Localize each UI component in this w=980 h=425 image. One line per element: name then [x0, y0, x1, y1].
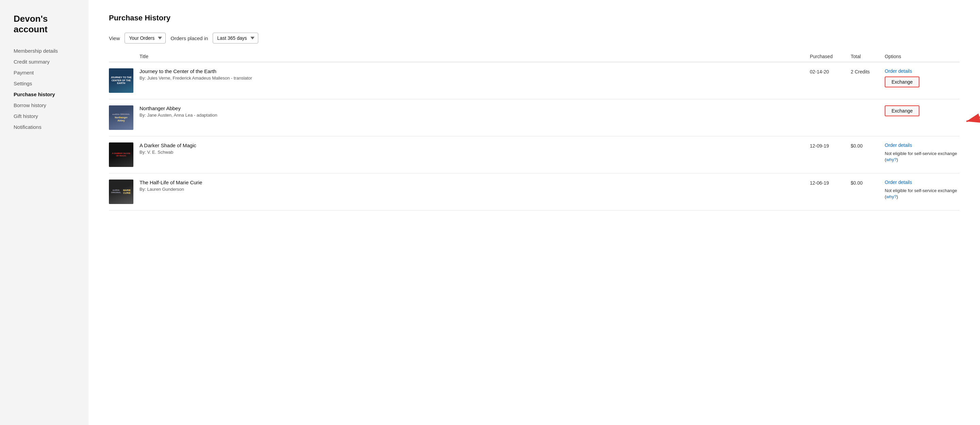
not-eligible-text: Not eligible for self-service exchange (…: [885, 151, 959, 163]
purchased-date: 12-09-19: [810, 143, 851, 149]
col-options: Options: [885, 54, 959, 59]
book-cover-curie: audible ORIGINAL MARIE CURIE: [109, 179, 134, 204]
total-amount: 2 Credits: [851, 68, 885, 75]
sidebar-item-notifications[interactable]: Notifications: [14, 122, 78, 133]
order-details-link[interactable]: Order details: [885, 179, 912, 185]
sidebar-link-settings[interactable]: Settings: [14, 81, 32, 86]
sidebar-link-credit-summary[interactable]: Credit summary: [14, 59, 50, 65]
why-link[interactable]: why?: [886, 194, 896, 199]
sidebar-link-notifications[interactable]: Notifications: [14, 124, 41, 130]
book-cover-magic: A DARKER SHADE OF MAGIC: [109, 143, 134, 167]
sidebar-item-gift-history[interactable]: Gift history: [14, 111, 78, 122]
book-cover-cell: A DARKER SHADE OF MAGIC: [109, 143, 140, 167]
total-amount: $0.00: [851, 179, 885, 186]
book-info-cell: Northanger Abbey By: Jane Austen, Anna L…: [140, 105, 810, 117]
purchased-date: 12-06-19: [810, 179, 851, 186]
book-author: By: V. E. Schwab: [140, 150, 810, 155]
table-row: audible ORIGINAL Northanger Abbey Northa…: [109, 99, 959, 136]
book-info-cell: Journey to the Center of the Earth By: J…: [140, 68, 810, 81]
sidebar: Devon's account Membership details Credi…: [0, 0, 89, 425]
exchange-button[interactable]: Exchange: [885, 76, 920, 87]
filter-row: View Your Orders All Orders Orders place…: [109, 33, 959, 43]
exchange-button[interactable]: Exchange: [885, 105, 920, 116]
sidebar-item-purchase-history[interactable]: Purchase history: [14, 89, 78, 100]
book-cover-cell: audible ORIGINAL Northanger Abbey: [109, 105, 140, 130]
date-range-select[interactable]: Last 365 days Last 180 days Last 90 days…: [213, 33, 258, 43]
book-author: By: Lauren Gunderson: [140, 187, 810, 192]
book-author: By: Jules Verne, Frederick Amadeus Malle…: [140, 76, 810, 81]
sidebar-item-credit-summary[interactable]: Credit summary: [14, 56, 78, 67]
book-title: Northanger Abbey: [140, 105, 810, 111]
table-row: audible ORIGINAL MARIE CURIE The Half-Li…: [109, 173, 959, 211]
sidebar-link-payment[interactable]: Payment: [14, 70, 34, 76]
sidebar-link-membership-details[interactable]: Membership details: [14, 48, 58, 54]
page-title: Purchase History: [109, 14, 959, 22]
total-amount: $0.00: [851, 143, 885, 149]
book-title: A Darker Shade of Magic: [140, 143, 810, 148]
col-title: Title: [140, 54, 810, 59]
sidebar-link-purchase-history[interactable]: Purchase history: [14, 92, 55, 97]
why-link[interactable]: why?: [886, 157, 896, 162]
orders-placed-label: Orders placed in: [170, 35, 208, 41]
options-cell: Exchange: [885, 105, 959, 116]
not-eligible-text: Not eligible for self-service exchange (…: [885, 188, 959, 200]
sidebar-link-gift-history[interactable]: Gift history: [14, 113, 38, 119]
table-row: JOURNEY TO THE CENTER OF THE EARTH Journ…: [109, 62, 959, 99]
total-amount: [851, 105, 885, 106]
options-cell: Order details Exchange: [885, 68, 959, 87]
purchased-date: [810, 105, 851, 106]
col-cover: [109, 54, 140, 59]
purchased-date: 02-14-20: [810, 68, 851, 75]
account-title: Devon's account: [14, 14, 78, 35]
sidebar-link-borrow-history[interactable]: Borrow history: [14, 102, 46, 108]
table-header: Title Purchased Total Options: [109, 54, 959, 62]
sidebar-item-borrow-history[interactable]: Borrow history: [14, 100, 78, 111]
order-details-link[interactable]: Order details: [885, 143, 912, 148]
table-row: A DARKER SHADE OF MAGIC A Darker Shade o…: [109, 136, 959, 173]
options-cell: Order details Not eligible for self-serv…: [885, 179, 959, 200]
nav-list: Membership details Credit summary Paymen…: [14, 46, 78, 133]
book-title: Journey to the Center of the Earth: [140, 68, 810, 74]
view-label: View: [109, 35, 120, 41]
sidebar-item-membership-details[interactable]: Membership details: [14, 46, 78, 56]
book-cover-northanger: audible ORIGINAL Northanger Abbey: [109, 105, 134, 130]
col-total: Total: [851, 54, 885, 59]
sidebar-item-payment[interactable]: Payment: [14, 67, 78, 78]
book-cover-cell: JOURNEY TO THE CENTER OF THE EARTH: [109, 68, 140, 93]
book-author: By: Jane Austen, Anna Lea - adaptation: [140, 113, 810, 117]
book-cover-journey: JOURNEY TO THE CENTER OF THE EARTH: [109, 68, 134, 93]
book-info-cell: A Darker Shade of Magic By: V. E. Schwab: [140, 143, 810, 155]
col-purchased: Purchased: [810, 54, 851, 59]
book-info-cell: The Half-Life of Marie Curie By: Lauren …: [140, 179, 810, 192]
main-content: Purchase History View Your Orders All Or…: [89, 0, 980, 425]
view-select[interactable]: Your Orders All Orders: [124, 33, 166, 43]
sidebar-item-settings[interactable]: Settings: [14, 78, 78, 89]
book-cover-cell: audible ORIGINAL MARIE CURIE: [109, 179, 140, 204]
order-details-link[interactable]: Order details: [885, 68, 912, 74]
options-cell: Order details Not eligible for self-serv…: [885, 143, 959, 163]
book-title: The Half-Life of Marie Curie: [140, 179, 810, 185]
